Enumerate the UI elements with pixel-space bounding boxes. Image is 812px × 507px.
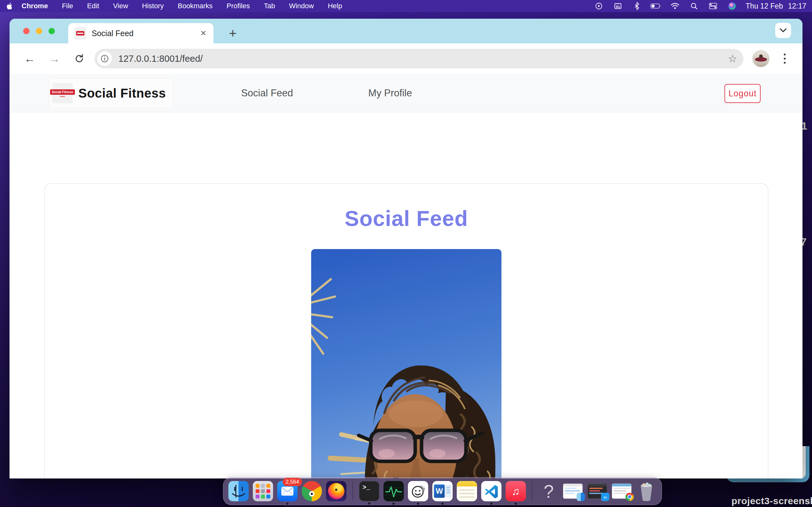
bluetooth-icon[interactable] bbox=[629, 0, 644, 12]
siri-icon[interactable] bbox=[725, 0, 740, 12]
minimized-code-window-thumbnail[interactable]: ‹› bbox=[588, 481, 608, 501]
menu-window[interactable]: Window bbox=[282, 0, 321, 12]
profile-avatar[interactable] bbox=[752, 50, 769, 67]
firefox-dock-icon[interactable] bbox=[326, 481, 346, 501]
notes-lines bbox=[457, 487, 477, 501]
finder-mini-badge-icon bbox=[577, 493, 585, 501]
tab-title: Social Feed bbox=[92, 29, 134, 38]
desktop-folder-label[interactable]: project3-screenshots bbox=[731, 496, 812, 506]
web-page: Social Fitness Social Fitness Social Fee… bbox=[9, 74, 803, 478]
word-logo-letter: W bbox=[434, 485, 445, 498]
screen-recording-icon[interactable] bbox=[592, 0, 606, 12]
menu-profiles[interactable]: Profiles bbox=[219, 0, 257, 12]
menu-edit[interactable]: Edit bbox=[80, 0, 106, 12]
terminal-dock-icon[interactable]: >_ bbox=[359, 481, 379, 501]
new-tab-button[interactable]: + bbox=[224, 24, 242, 42]
url-text[interactable]: 127.0.0.1:8001/feed/ bbox=[118, 54, 203, 64]
mail-dock-icon[interactable]: 2,564 bbox=[277, 481, 298, 501]
spotlight-search-icon[interactable] bbox=[687, 0, 701, 12]
logo-subtext-mark bbox=[60, 96, 65, 97]
tab-strip: Social Feed ✕ + bbox=[9, 19, 803, 43]
notes-dock-icon[interactable] bbox=[457, 481, 477, 501]
mail-unread-badge: 2,564 bbox=[283, 478, 302, 486]
notes-header bbox=[457, 481, 477, 487]
question-mark-glyph: ? bbox=[544, 481, 554, 502]
menu-bar: Chrome File Edit View History Bookmarks … bbox=[0, 0, 812, 12]
activity-monitor-dock-icon[interactable] bbox=[384, 481, 404, 501]
control-center-icon[interactable] bbox=[706, 0, 720, 12]
page-title: Social Feed bbox=[45, 206, 768, 231]
feed-card: Social Feed bbox=[44, 183, 768, 478]
window-close-button[interactable] bbox=[23, 28, 30, 34]
finder-dock-icon[interactable] bbox=[229, 481, 249, 501]
chrome-mini-badge-icon bbox=[625, 493, 634, 501]
minimized-browser-window-thumbnail[interactable] bbox=[612, 481, 632, 501]
brand-title: Social Fitness bbox=[78, 86, 166, 101]
forward-button[interactable]: → bbox=[47, 51, 62, 66]
brand-home-link[interactable]: Social Fitness Social Fitness bbox=[49, 78, 172, 108]
keyboard-icon[interactable] bbox=[611, 0, 625, 12]
clock-date: Thu 12 Feb bbox=[746, 2, 783, 10]
menu-file[interactable]: File bbox=[55, 0, 80, 12]
desktop: 1 7 project3-screenshots Chrome File Edi… bbox=[0, 0, 812, 507]
reload-icon bbox=[74, 54, 84, 64]
feed-post-photo[interactable] bbox=[311, 249, 502, 478]
terminal-glyph: >_ bbox=[362, 484, 370, 501]
logout-button[interactable]: Logout bbox=[724, 84, 761, 103]
menu-bookmarks[interactable]: Bookmarks bbox=[171, 0, 219, 12]
trash-dock-icon[interactable] bbox=[636, 481, 657, 501]
music-dock-icon[interactable]: ♫ bbox=[506, 481, 526, 501]
wifi-icon[interactable] bbox=[668, 0, 682, 12]
window-minimize-button[interactable] bbox=[36, 28, 42, 34]
nav-link-social-feed[interactable]: Social Feed bbox=[241, 74, 293, 112]
site-navbar: Social Fitness Social Fitness Social Fee… bbox=[9, 74, 803, 112]
address-bar[interactable]: 127.0.0.1:8001/feed/ ☆ bbox=[95, 49, 744, 68]
browser-window: Social Feed ✕ + ← → 127.0.0.1:8001/feed/… bbox=[9, 19, 803, 478]
chevron-down-icon bbox=[780, 28, 786, 33]
vscode-dock-icon[interactable] bbox=[481, 481, 502, 501]
tab-search-button[interactable] bbox=[775, 23, 791, 38]
apple-menu-icon[interactable] bbox=[0, 3, 18, 10]
social-fitness-favicon bbox=[74, 27, 87, 40]
menu-tab[interactable]: Tab bbox=[257, 0, 282, 12]
word-document-page bbox=[445, 485, 451, 497]
minimized-finder-window-thumbnail[interactable] bbox=[563, 481, 583, 501]
back-button[interactable]: ← bbox=[22, 51, 38, 66]
menu-help[interactable]: Help bbox=[321, 0, 349, 12]
site-info-icon[interactable] bbox=[97, 51, 112, 66]
dock: 2,564 >_ W ♫ ? bbox=[223, 477, 662, 505]
menubar-clock[interactable]: Thu 12 Feb 12:17 bbox=[744, 2, 806, 10]
smiley-app-dock-icon[interactable] bbox=[408, 481, 428, 501]
logo-text: Social Fitness bbox=[50, 89, 74, 95]
battery-icon[interactable] bbox=[649, 0, 663, 12]
tab-social-feed[interactable]: Social Feed ✕ bbox=[68, 23, 213, 43]
launchpad-dock-icon[interactable] bbox=[253, 481, 273, 501]
tab-close-icon[interactable]: ✕ bbox=[200, 29, 206, 38]
menu-history[interactable]: History bbox=[135, 0, 171, 12]
reload-button[interactable] bbox=[72, 51, 87, 66]
missing-app-dock-icon[interactable]: ? bbox=[539, 481, 559, 501]
clock-time: 12:17 bbox=[788, 2, 806, 10]
vscode-mini-badge-icon: ‹› bbox=[601, 493, 609, 501]
browser-menu-kebab-icon[interactable] bbox=[777, 51, 792, 66]
nav-link-my-profile[interactable]: My Profile bbox=[368, 74, 412, 112]
window-zoom-button[interactable] bbox=[49, 28, 55, 34]
social-fitness-logo: Social Fitness bbox=[52, 83, 72, 103]
browser-toolbar: ← → 127.0.0.1:8001/feed/ ☆ bbox=[9, 43, 803, 74]
word-dock-icon[interactable]: W bbox=[432, 481, 453, 501]
dock-separator bbox=[532, 481, 532, 501]
menu-view[interactable]: View bbox=[106, 0, 135, 12]
dock-separator bbox=[352, 481, 353, 501]
chrome-dock-icon[interactable] bbox=[302, 481, 322, 501]
menubar-app-name[interactable]: Chrome bbox=[18, 0, 55, 12]
bookmark-star-icon[interactable]: ☆ bbox=[728, 53, 737, 65]
music-note-glyph: ♫ bbox=[512, 485, 520, 498]
